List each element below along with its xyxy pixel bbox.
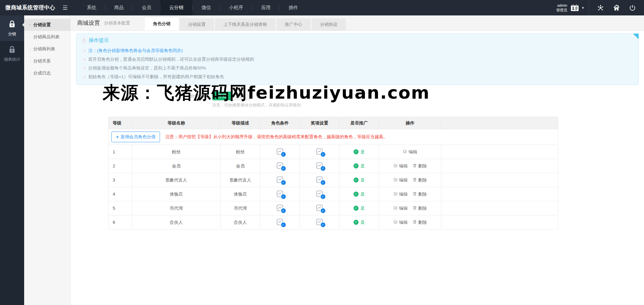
delete-button-icon [413, 192, 417, 197]
sidebar-item-分成日志[interactable]: 分成日志 [24, 67, 70, 79]
empty-cell [441, 215, 558, 230]
role-condition-icon[interactable]: ✓ [276, 218, 284, 226]
prize-setting-cell: ✓ [300, 173, 339, 187]
prize-setting-icon[interactable]: ✓ [316, 148, 323, 155]
promote-yes-label: 是 [361, 177, 365, 183]
sidebar-item-分销关系[interactable]: 分销关系 [24, 55, 70, 67]
actions-cell: 编辑删除 [379, 201, 441, 215]
promote-status: ✓是 [354, 205, 365, 211]
tab-分销协议[interactable]: 分销协议 [312, 18, 346, 31]
tab-推广中心[interactable]: 推广中心 [276, 18, 311, 31]
tab-bar: 角色分销分销设置上下线关系及分销资格推广中心分销协议 [145, 17, 347, 31]
empty-cell [441, 145, 558, 159]
user-info[interactable]: admin 管理员 [556, 3, 567, 13]
delete-button-icon [413, 163, 417, 169]
role-name-cell: 体验店 [132, 187, 221, 201]
top-nav-item[interactable]: 系统 [78, 0, 105, 15]
prize-setting-icon[interactable]: ✓ [316, 176, 323, 184]
lock-icon [8, 20, 16, 30]
edit-button-label: 编辑 [409, 149, 417, 155]
top-nav-item[interactable]: 云分销 [160, 0, 193, 15]
delete-button-label: 删除 [418, 205, 427, 211]
edit-button[interactable]: 编辑 [393, 205, 408, 211]
sidebar-item-分销设置[interactable]: 分销设置 [24, 19, 70, 31]
top-nav-item[interactable]: 会员 [133, 0, 160, 15]
delete-button-label: 删除 [418, 177, 427, 183]
role-table: 等级等级名称等级描述角色条件奖项设置是否推广操作 + 新增会员角色分佣 注意：用… [108, 117, 558, 230]
actions-cell: 编辑删除 [379, 173, 441, 187]
check-badge-icon: ✓ [321, 194, 325, 199]
prize-setting-icon[interactable]: ✓ [316, 204, 323, 212]
table-row: 1粉丝粉丝✓✓✓是编辑 [109, 145, 558, 159]
column-header: 是否推广 [339, 117, 379, 129]
top-nav: 系统商品会员云分销微信小程序应用插件 [78, 0, 307, 15]
level-cell: 4 [109, 187, 132, 201]
top-nav-item[interactable]: 插件 [280, 0, 307, 15]
top-nav-item[interactable]: 小程序 [220, 0, 252, 15]
home-icon[interactable] [613, 4, 620, 11]
edit-button-label: 编辑 [399, 219, 408, 225]
topbar: 微商城系统管理中心 ☰ 系统商品会员云分销微信小程序应用插件 admin 管理员… [0, 0, 644, 15]
role-condition-icon[interactable]: ✓ [276, 148, 284, 155]
top-nav-item[interactable]: 商品 [105, 0, 133, 15]
role-condition-icon[interactable]: ✓ [276, 176, 284, 184]
edit-button[interactable]: 编辑 [393, 219, 408, 225]
promote-status: ✓是 [354, 177, 365, 183]
tips-line: 初始角色（等级=1）可编辑不可删除，所有新建的用户都属于初始角色 [84, 72, 632, 81]
chevron-down-icon[interactable]: ▼ [581, 6, 585, 10]
top-nav-item[interactable]: 应用 [252, 0, 280, 15]
menu-toggle-icon[interactable]: ☰ [63, 4, 68, 11]
prize-setting-icon[interactable]: ✓ [316, 190, 323, 198]
tab-分销设置[interactable]: 分销设置 [180, 18, 214, 31]
delete-button[interactable]: 删除 [413, 163, 427, 169]
edit-button[interactable]: 编辑 [393, 191, 408, 197]
profile-card-icon[interactable] [570, 4, 579, 12]
page-content: ☝ 操作提示 注：(角色分销新增角色将会与会员等级角色同步)若开启角色分销，普通… [70, 31, 644, 230]
promote-status: ✓是 [354, 219, 365, 225]
switch-note: 注意：切勿频繁修改分销模式，容易影响运算规则 [212, 102, 301, 108]
sidebar-item-分销商品列表[interactable]: 分销商品列表 [24, 31, 70, 43]
promote-yes-label: 是 [361, 205, 365, 211]
delete-button[interactable]: 删除 [413, 219, 427, 225]
edit-button[interactable]: 编辑 [393, 163, 408, 169]
actions-cell: 编辑删除 [379, 187, 441, 201]
switch-on-button[interactable]: 开启 [212, 92, 232, 100]
rail-item-分销[interactable]: 分销 [0, 15, 24, 41]
tab-角色分销[interactable]: 角色分销 [145, 17, 179, 31]
role-condition-icon[interactable]: ✓ [276, 204, 284, 212]
level-cell: 6 [109, 215, 132, 230]
add-role-button[interactable]: + 新增会员角色分佣 [111, 132, 160, 142]
operation-tips-box: ☝ 操作提示 注：(角色分销新增角色将会与会员等级角色同步)若开启角色分销，普通… [76, 34, 639, 85]
switch-off-button[interactable]: 关闭 [232, 92, 250, 100]
top-nav-item[interactable]: 微信 [193, 0, 220, 15]
tab-上下线关系及分销资格[interactable]: 上下线关系及分销资格 [215, 18, 275, 31]
delete-button[interactable]: 删除 [413, 191, 427, 197]
role-name-cell: 合伙人 [132, 215, 221, 230]
empty-cell [441, 187, 558, 201]
rail-item-报表统计[interactable]: 报表统计 [0, 41, 24, 66]
edit-button[interactable]: 编辑 [393, 177, 408, 183]
plus-icon: + [116, 135, 119, 139]
check-badge-icon: ✓ [321, 166, 325, 171]
delete-button[interactable]: 删除 [413, 205, 427, 211]
role-condition-icon[interactable]: ✓ [276, 162, 284, 169]
sidebar-item-分销商列表[interactable]: 分销商列表 [24, 43, 70, 55]
prize-setting-icon[interactable]: ✓ [316, 218, 323, 226]
edit-button[interactable]: 编辑 [403, 149, 417, 155]
prize-setting-cell: ✓ [300, 145, 339, 159]
role-condition-icon[interactable]: ✓ [276, 190, 284, 198]
prize-setting-icon[interactable]: ✓ [316, 162, 323, 169]
topbar-divider [589, 0, 589, 15]
user-name: admin [556, 3, 567, 8]
column-header: 等级 [109, 117, 132, 129]
delete-button-label: 删除 [418, 219, 427, 225]
sub-sidebar: 分销设置分销商品列表分销商列表分销关系分成日志 [24, 15, 70, 305]
delete-button[interactable]: 删除 [413, 177, 427, 183]
share-network-icon[interactable] [597, 4, 604, 11]
table-row: 2会员会员✓✓✓是编辑删除 [109, 159, 558, 173]
edit-button-label: 编辑 [399, 205, 408, 211]
promote-yes-label: 是 [361, 219, 365, 225]
column-header [441, 117, 558, 129]
power-icon[interactable] [629, 4, 636, 11]
tips-title: 操作提示 [89, 37, 109, 44]
